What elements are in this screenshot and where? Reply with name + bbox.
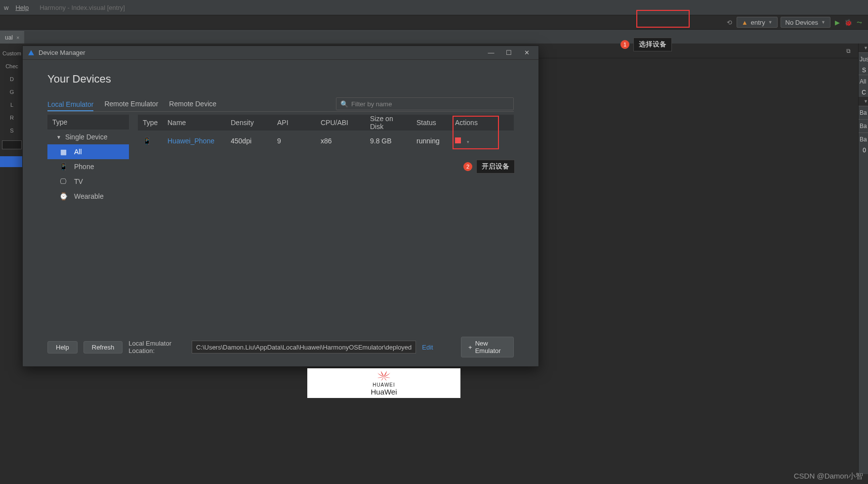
device-label: No Devices bbox=[785, 19, 818, 26]
device-name-link[interactable]: Huawei_Phone bbox=[163, 137, 226, 145]
badge-number: 2 bbox=[463, 162, 472, 171]
annotation-1: 1 选择设备 bbox=[620, 38, 672, 51]
filter-input[interactable]: 🔍 Filter by name bbox=[336, 97, 514, 110]
sync-icon[interactable]: ⟲ bbox=[726, 18, 734, 26]
cell-size: 9.8 GB bbox=[365, 137, 412, 145]
edit-link[interactable]: Edit bbox=[422, 344, 433, 351]
panel-letter: G bbox=[10, 89, 14, 95]
table-header: Type Name Density API CPU/ABI Size on Di… bbox=[138, 115, 514, 131]
devmgr-logo-icon bbox=[28, 49, 35, 56]
layout-icon[interactable]: ⧉ bbox=[846, 47, 851, 54]
sidebar-item-tv[interactable]: 🖵TV bbox=[47, 174, 129, 189]
prop-justify: Jus bbox=[859, 52, 868, 66]
new-label: New Emulator bbox=[475, 340, 506, 354]
col-name: Name bbox=[163, 119, 226, 127]
tab-remote-emulator[interactable]: Remote Emulator bbox=[104, 98, 158, 110]
hammer-icon: ▲ bbox=[742, 19, 748, 26]
sidebar-item-all[interactable]: ▦All bbox=[47, 144, 129, 159]
sidebar-header: Type bbox=[47, 115, 129, 130]
annotation-text: 开启设备 bbox=[476, 160, 515, 174]
plus-icon: + bbox=[468, 344, 472, 351]
prop-ba: Ba bbox=[859, 132, 868, 146]
col-density: Density bbox=[226, 119, 272, 127]
prop-value: S bbox=[859, 66, 868, 75]
col-api: API bbox=[272, 119, 316, 127]
tab-local-emulator[interactable]: Local Emulator bbox=[47, 98, 93, 111]
minimize-button[interactable]: — bbox=[484, 49, 498, 56]
huawei-brand: HUAWEI bbox=[371, 382, 397, 388]
menu-window[interactable]: w bbox=[4, 4, 8, 11]
sidebar-item-label: TV bbox=[74, 177, 83, 185]
main-toolbar: ⟲ ▲ entry ▼ No Devices ▼ ▶ 🐞 ⤳ bbox=[0, 15, 868, 30]
panel-letter: S bbox=[10, 128, 13, 133]
close-icon[interactable]: × bbox=[16, 35, 19, 41]
panel-label-custom: Custom bbox=[2, 50, 21, 56]
maximize-button[interactable]: ☐ bbox=[502, 49, 516, 56]
col-status: Status bbox=[412, 119, 450, 127]
sidebar-item-label: All bbox=[74, 148, 82, 156]
dialog-footer: Help Refresh Local Emulator Location: C:… bbox=[23, 333, 538, 366]
col-actions: Actions bbox=[450, 119, 498, 127]
sidebar-item-wearable[interactable]: ⌚Wearable bbox=[47, 189, 129, 204]
sidebar-item-label: Phone bbox=[74, 163, 94, 171]
close-button[interactable]: ✕ bbox=[520, 49, 534, 56]
right-panel: ▼ Jus S All C ▼ Ba Ba Ba 0 bbox=[858, 44, 868, 474]
debug-icon[interactable]: 🐞 bbox=[844, 18, 852, 26]
col-size: Size on Disk bbox=[365, 115, 412, 131]
sidebar-item-label: Wearable bbox=[74, 192, 104, 200]
filter-placeholder: Filter by name bbox=[351, 100, 392, 108]
prop-ba: Ba bbox=[859, 106, 868, 119]
tab-label: ual bbox=[5, 34, 13, 41]
grid-icon: ▦ bbox=[59, 148, 67, 156]
menu-bar: w Help Harmony - Index.visual [entry] bbox=[0, 0, 868, 15]
panel-letter: D bbox=[10, 76, 14, 82]
prop-value: C bbox=[859, 88, 868, 97]
panel-label-check: Chec bbox=[5, 63, 18, 69]
help-button[interactable]: Help bbox=[47, 341, 78, 353]
location-label: Local Emulator Location: bbox=[128, 340, 186, 354]
annotation-text: 选择设备 bbox=[633, 38, 672, 51]
panel-letter: R bbox=[10, 115, 14, 121]
editor-tabs: ual × bbox=[0, 30, 868, 44]
tv-icon: 🖵 bbox=[59, 177, 67, 185]
dialog-titlebar: Device Manager — ☐ ✕ bbox=[23, 46, 538, 60]
annotation-2: 2 开启设备 bbox=[463, 160, 515, 174]
prop-align: All bbox=[859, 75, 868, 88]
chevron-down-icon[interactable]: ▼ bbox=[864, 99, 868, 104]
new-emulator-button[interactable]: + New Emulator bbox=[461, 337, 514, 357]
device-table: Type Name Density API CPU/ABI Size on Di… bbox=[138, 115, 514, 327]
source-tabs: Local Emulator Remote Emulator Remote De… bbox=[47, 97, 514, 112]
panel-letter: L bbox=[10, 102, 13, 108]
run-icon[interactable]: ▶ bbox=[833, 18, 841, 26]
panel-input[interactable] bbox=[2, 140, 22, 149]
category-label: Single Device bbox=[65, 133, 108, 141]
profile-icon[interactable]: ⤳ bbox=[855, 18, 863, 26]
menu-help[interactable]: Help bbox=[15, 4, 29, 11]
table-row: 📱 Huawei_Phone 450dpi 9 x86 9.8 GB runni… bbox=[138, 131, 514, 151]
badge-number: 1 bbox=[620, 40, 629, 49]
device-manager-dialog: Device Manager — ☐ ✕ Your Devices Local … bbox=[22, 45, 539, 367]
refresh-button[interactable]: Refresh bbox=[83, 341, 123, 353]
page-heading: Your Devices bbox=[47, 73, 514, 86]
prop-value: 0 bbox=[859, 146, 868, 155]
chevron-down-icon: ▼ bbox=[768, 20, 773, 25]
cell-status: running bbox=[412, 137, 450, 145]
panel-selection[interactable] bbox=[0, 156, 24, 167]
caret-down-icon: ▼ bbox=[56, 134, 61, 140]
watch-icon: ⌚ bbox=[59, 192, 67, 200]
col-type: Type bbox=[138, 119, 163, 127]
module-selector[interactable]: ▲ entry ▼ bbox=[737, 17, 778, 28]
tab-index-visual[interactable]: ual × bbox=[0, 31, 24, 44]
chevron-down-icon[interactable]: ▾ bbox=[467, 139, 469, 144]
location-path[interactable]: C:\Users\Damon.Liu\AppData\Local\Huawei\… bbox=[192, 341, 416, 353]
left-panel: Custom Chec D G L R S bbox=[0, 44, 24, 484]
stop-button[interactable] bbox=[455, 137, 461, 143]
sidebar-category[interactable]: ▼ Single Device bbox=[47, 130, 129, 144]
chevron-down-icon[interactable]: ▼ bbox=[864, 45, 868, 50]
sidebar-item-phone[interactable]: 📱Phone bbox=[47, 159, 129, 174]
col-cpu: CPU/ABI bbox=[316, 119, 365, 127]
cell-api: 9 bbox=[272, 137, 316, 145]
device-selector[interactable]: No Devices ▼ bbox=[781, 17, 830, 28]
huawei-logo-icon bbox=[376, 371, 391, 382]
tab-remote-device[interactable]: Remote Device bbox=[169, 98, 216, 110]
